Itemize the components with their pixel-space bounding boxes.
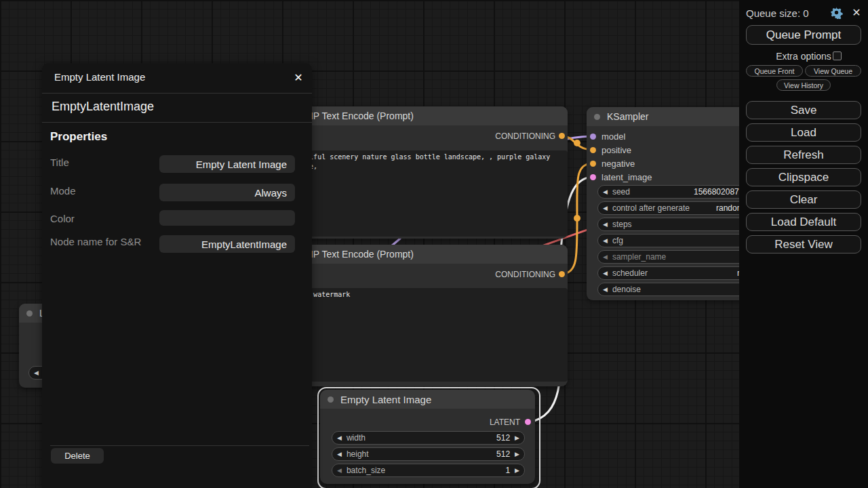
- widget-batch-size[interactable]: ◀ batch_size 1 ▶: [332, 464, 525, 477]
- view-history-button[interactable]: View History: [776, 79, 831, 91]
- settings-gear-icon[interactable]: [830, 6, 843, 19]
- mode-field[interactable]: Always: [159, 184, 295, 201]
- delete-button[interactable]: Delete: [51, 448, 104, 464]
- link-dot: [574, 215, 580, 222]
- clipspace-button[interactable]: Clipspace: [746, 168, 861, 186]
- input-label: latent_image: [601, 172, 652, 182]
- widget-name: width: [347, 433, 366, 443]
- node-empty-latent-image[interactable]: Empty Latent Image LATENT ◀ width 512 ▶ …: [320, 390, 535, 484]
- reset-view-button[interactable]: Reset View: [746, 235, 861, 253]
- latent-image-input-port[interactable]: [590, 174, 596, 180]
- arrow-left-icon[interactable]: ◀: [603, 205, 608, 211]
- arrow-left-icon[interactable]: ◀: [603, 270, 608, 277]
- arrow-left-icon[interactable]: ◀: [34, 369, 39, 376]
- output-label: CONDITIONING: [495, 131, 555, 141]
- title-field[interactable]: Empty Latent Image: [159, 155, 295, 173]
- view-queue-button[interactable]: View Queue: [805, 65, 861, 77]
- widget-name: seed: [612, 187, 630, 197]
- widget-name: sampler_name: [612, 252, 666, 262]
- arrow-left-icon[interactable]: ◀: [603, 237, 608, 244]
- field-label-color: Color: [50, 213, 75, 224]
- node-type-name: EmptyLatentImage: [52, 100, 154, 114]
- input-label: model: [601, 131, 625, 142]
- node-title: CLIP Text Encode (Prompt): [298, 249, 414, 260]
- arrow-left-icon[interactable]: ◀: [603, 221, 608, 228]
- node-title: CLIP Text Encode (Prompt): [298, 110, 414, 121]
- conditioning-output-port[interactable]: [559, 271, 565, 277]
- arrow-left-icon[interactable]: ◀: [603, 286, 608, 293]
- widget-name: cfg: [612, 236, 623, 245]
- prompt-textarea[interactable]: beautiful scenery nature glass bottle la…: [285, 150, 568, 237]
- arrow-left-icon[interactable]: ◀: [603, 253, 608, 260]
- extra-options-label: Extra options: [739, 51, 868, 62]
- widget-value: 512: [496, 449, 510, 459]
- conditioning-output-port[interactable]: [559, 133, 565, 139]
- collapse-dot-icon[interactable]: [328, 396, 334, 403]
- node-header[interactable]: CLIP Text Encode (Prompt): [278, 245, 568, 264]
- node-name-field[interactable]: EmptyLatentImage: [159, 235, 295, 253]
- divider: [42, 122, 312, 123]
- arrow-right-icon[interactable]: ▶: [515, 467, 519, 474]
- widget-name: steps: [612, 220, 632, 229]
- comfy-menu-panel: Queue size: 0 ✕ Queue Prompt Extra optio…: [739, 0, 868, 488]
- arrow-left-icon[interactable]: ◀: [337, 451, 342, 458]
- clear-button[interactable]: Clear: [746, 190, 861, 209]
- divider: [42, 93, 312, 94]
- input-label: negative: [601, 159, 635, 169]
- prompt-textarea[interactable]: text, watermark: [285, 288, 568, 382]
- queue-front-button[interactable]: Queue Front: [746, 65, 803, 77]
- arrow-left-icon[interactable]: ◀: [337, 467, 342, 474]
- queue-prompt-button[interactable]: Queue Prompt: [746, 25, 861, 45]
- load-button[interactable]: Load: [746, 123, 861, 142]
- widget-value: 15668020871: [694, 187, 743, 197]
- negative-input-port[interactable]: [590, 161, 596, 167]
- widget-width[interactable]: ◀ width 512 ▶: [332, 431, 525, 445]
- arrow-right-icon[interactable]: ▶: [515, 434, 519, 441]
- link-dot: [574, 140, 580, 146]
- node-clip-text-encode-negative[interactable]: CLIP Text Encode (Prompt) CONDITIONING t…: [278, 245, 568, 386]
- widget-name: height: [347, 449, 369, 459]
- collapse-dot-icon[interactable]: [594, 114, 600, 120]
- widget-name: denoise: [612, 285, 641, 294]
- close-icon[interactable]: ✕: [290, 69, 307, 85]
- node-header[interactable]: CLIP Text Encode (Prompt): [278, 106, 568, 125]
- collapse-dot-icon[interactable]: [26, 310, 33, 317]
- widget-height[interactable]: ◀ height 512 ▶: [332, 447, 525, 461]
- refresh-button[interactable]: Refresh: [746, 146, 861, 164]
- arrow-left-icon[interactable]: ◀: [337, 434, 342, 441]
- divider: [50, 445, 309, 446]
- positive-input-port[interactable]: [590, 147, 596, 153]
- node-properties-dialog: Empty Latent Image ✕ EmptyLatentImage Pr…: [42, 63, 312, 488]
- model-input-port[interactable]: [590, 134, 596, 140]
- field-label-mode: Mode: [50, 185, 76, 197]
- dialog-title: Empty Latent Image: [54, 71, 145, 83]
- latent-output-port[interactable]: [525, 419, 531, 425]
- node-clip-text-encode-positive[interactable]: CLIP Text Encode (Prompt) CONDITIONING b…: [278, 106, 568, 239]
- color-field[interactable]: [159, 210, 295, 226]
- queue-size-label: Queue size: 0: [746, 7, 809, 19]
- node-header[interactable]: Empty Latent Image: [320, 390, 535, 409]
- arrow-left-icon[interactable]: ◀: [603, 188, 608, 195]
- close-icon[interactable]: ✕: [850, 5, 863, 19]
- widget-name: batch_size: [347, 466, 385, 475]
- output-label: CONDITIONING: [495, 270, 555, 279]
- field-label-title: Title: [50, 157, 69, 168]
- output-label: LATENT: [490, 418, 520, 427]
- properties-heading: Properties: [50, 130, 107, 144]
- input-label: positive: [601, 145, 631, 155]
- arrow-right-icon[interactable]: ▶: [515, 451, 519, 458]
- load-default-button[interactable]: Load Default: [746, 213, 861, 231]
- save-button[interactable]: Save: [746, 101, 861, 119]
- widget-value: 1: [505, 466, 510, 475]
- extra-options-checkbox[interactable]: [833, 52, 842, 60]
- field-label-node-name: Node name for S&R: [50, 236, 141, 247]
- widget-name: scheduler: [612, 268, 648, 278]
- widget-value: 512: [496, 433, 510, 443]
- node-title: KSampler: [607, 111, 648, 122]
- widget-name: control after generate: [612, 203, 690, 213]
- node-title: Empty Latent Image: [340, 394, 431, 405]
